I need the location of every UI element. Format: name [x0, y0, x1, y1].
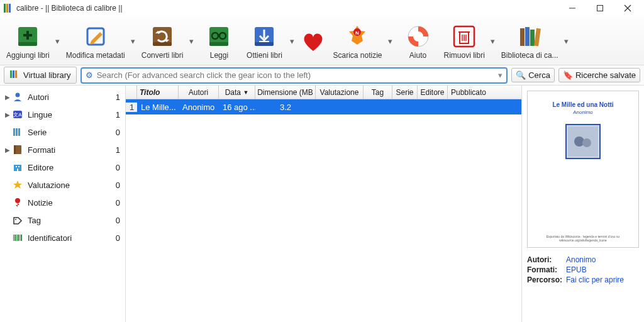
edit-metadata-button[interactable]: Modifica metadati: [64, 22, 128, 61]
svg-point-52: [15, 198, 20, 203]
sidebar-item-serie[interactable]: Serie 0: [0, 123, 125, 141]
sidebar-label: Serie: [28, 128, 109, 137]
edit-dropdown[interactable]: ▾: [129, 36, 138, 46]
svg-rect-43: [13, 128, 15, 136]
meta-autori-key: Autori:: [527, 255, 566, 264]
sidebar: ▶ Autori 1 ▶ 文A Lingue 1 Serie 0 ▶ Forma…: [0, 86, 126, 322]
news-dropdown[interactable]: ▾: [386, 36, 395, 46]
saved-searches-button[interactable]: 🔖 Ricerche salvate: [558, 68, 640, 82]
convert-label: Converti libri: [142, 51, 184, 60]
add-books-button[interactable]: Aggiungi libri: [4, 22, 52, 61]
add-dropdown[interactable]: ▾: [53, 36, 62, 46]
svg-rect-34: [525, 27, 530, 46]
svg-rect-15: [209, 42, 228, 46]
chevron-down-icon[interactable]: ▾: [498, 70, 502, 80]
gear-icon[interactable]: ⚙: [86, 70, 93, 80]
get-label: Ottieni libri: [247, 51, 282, 60]
sidebar-item-formati[interactable]: ▶ Formati 1: [0, 141, 125, 158]
book-metadata: Autori:Anonimo Formati:EPUB Percorso:Fai…: [527, 255, 639, 284]
book-table: Titolo Autori Data ▼ Dimensione (MB Valu…: [126, 86, 522, 322]
virtual-library-button[interactable]: Virtual library: [4, 67, 77, 84]
meta-autori-value[interactable]: Anonimo: [566, 255, 596, 264]
svg-rect-47: [14, 145, 16, 154]
meta-percorso-value[interactable]: Fai clic per aprire: [566, 275, 624, 284]
remove-books-button[interactable]: Rimuovi libri: [441, 22, 487, 61]
search-button[interactable]: 🔍 Cerca: [511, 68, 555, 82]
svg-point-53: [15, 219, 16, 220]
star-icon: [11, 179, 24, 191]
meta-formati-value[interactable]: EPUB: [566, 265, 587, 274]
donate-button[interactable]: [297, 27, 329, 56]
svg-rect-56: [16, 235, 17, 241]
search-box[interactable]: ⚙ ▾: [80, 67, 508, 84]
svg-rect-58: [19, 235, 20, 241]
search-input[interactable]: [97, 70, 495, 80]
sidebar-item-lingue[interactable]: ▶ 文A Lingue 1: [0, 106, 125, 123]
col-titolo[interactable]: Titolo: [137, 86, 179, 99]
meta-percorso-key: Percorso:: [527, 275, 566, 284]
sidebar-count: 0: [109, 128, 120, 137]
svg-rect-36: [534, 28, 541, 46]
svg-rect-1: [6, 4, 8, 13]
sidebar-count: 1: [109, 92, 120, 102]
svg-rect-0: [4, 4, 6, 13]
col-serie[interactable]: Serie: [392, 86, 418, 99]
expand-icon[interactable]: ▶: [5, 147, 11, 153]
search-row: Virtual library ⚙ ▾ 🔍 Cerca 🔖 Ricerche s…: [0, 65, 644, 86]
expand-icon[interactable]: ▶: [5, 111, 11, 118]
sidebar-item-editore[interactable]: Editore 0: [0, 158, 125, 176]
sidebar-count: 0: [109, 180, 120, 190]
table-row[interactable]: 1 Le Mille... Anonimo 16 ago ... 3.2: [126, 99, 521, 114]
svg-text:文A: 文A: [13, 112, 22, 118]
heart-icon: [300, 28, 326, 55]
sidebar-label: Lingue: [28, 110, 109, 119]
sidebar-item-autori[interactable]: ▶ Autori 1: [0, 88, 125, 106]
sort-desc-icon: ▼: [243, 89, 248, 96]
col-editore[interactable]: Editore: [418, 86, 448, 99]
col-tag[interactable]: Tag: [364, 86, 392, 99]
get-dropdown[interactable]: ▾: [287, 36, 296, 46]
col-rownum[interactable]: [126, 86, 137, 99]
news-icon: N: [344, 23, 370, 50]
library-dropdown[interactable]: ▾: [562, 36, 571, 46]
col-dimensione[interactable]: Dimensione (MB: [255, 86, 316, 99]
help-button[interactable]: Aiuto: [396, 22, 440, 61]
convert-books-button[interactable]: Converti libri: [139, 22, 186, 61]
get-books-button[interactable]: Ottieni libri: [242, 22, 286, 61]
minimize-button[interactable]: [558, 0, 586, 16]
book-cover[interactable]: Le Mille ed una Notti Anonimo Esportato …: [527, 91, 639, 248]
read-button[interactable]: Leggi: [197, 22, 241, 61]
library-button[interactable]: Biblioteca di ca...: [499, 22, 561, 61]
svg-text:N: N: [356, 30, 360, 36]
remove-dropdown[interactable]: ▾: [489, 36, 497, 46]
expand-icon[interactable]: ▶: [5, 94, 11, 101]
book-detail-panel: Le Mille ed una Notti Anonimo Esportato …: [522, 86, 644, 322]
svg-rect-35: [530, 30, 535, 46]
svg-rect-39: [15, 70, 17, 78]
sidebar-item-notizie[interactable]: Notizie 0: [0, 194, 125, 211]
sidebar-count: 0: [109, 163, 120, 172]
cell-rownum: 1: [126, 103, 137, 112]
sidebar-item-valutazione[interactable]: Valutazione 0: [0, 176, 125, 194]
convert-dropdown[interactable]: ▾: [187, 36, 196, 46]
fetch-news-button[interactable]: N Scarica notizie: [330, 22, 384, 61]
maximize-button[interactable]: [586, 0, 614, 16]
sidebar-item-identificatori[interactable]: Identificatori 0: [0, 229, 125, 247]
sidebar-item-tag[interactable]: Tag 0: [0, 211, 125, 229]
table-header: Titolo Autori Data ▼ Dimensione (MB Valu…: [126, 86, 521, 99]
formats-icon: [11, 143, 24, 156]
col-pubblicato[interactable]: Pubblicato: [448, 86, 489, 99]
svg-rect-54: [13, 235, 14, 241]
news-label: Scarica notizie: [333, 51, 382, 60]
sidebar-count: 0: [109, 198, 120, 208]
col-data[interactable]: Data ▼: [219, 86, 255, 99]
read-label: Leggi: [210, 51, 228, 60]
col-autori[interactable]: Autori: [179, 86, 219, 99]
close-button[interactable]: [614, 0, 641, 16]
sidebar-count: 1: [109, 110, 120, 119]
svg-point-26: [414, 32, 423, 41]
svg-rect-13: [153, 42, 172, 46]
svg-rect-57: [18, 235, 19, 241]
col-valutazione[interactable]: Valutazione: [316, 86, 364, 99]
cell-titolo: Le Mille...: [137, 103, 179, 112]
